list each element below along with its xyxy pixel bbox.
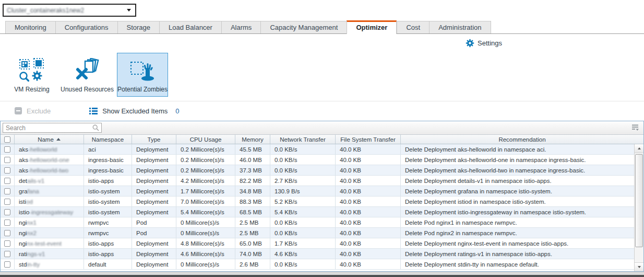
column-header-recommendation[interactable]: Recommendation: [401, 135, 643, 144]
redacted-name-part: od: [26, 199, 33, 205]
scroll-up-button[interactable]: [635, 144, 643, 153]
cell-network-transfer: 0.0 KB/s: [270, 155, 336, 165]
row-checkbox-cell: [1, 144, 15, 154]
scroll-up-icon: [638, 147, 641, 149]
column-header-name[interactable]: Name: [15, 135, 84, 144]
row-checkbox-cell: [1, 249, 15, 259]
cell-namespace: default: [84, 259, 132, 269]
tab-monitoring[interactable]: Monitoring: [5, 21, 55, 33]
tab-optimizer[interactable]: Optimizer: [347, 20, 397, 34]
cell-name: aks-helloworld-one: [15, 155, 84, 165]
cell-type: Deployment: [132, 165, 176, 175]
column-header-namespace[interactable]: Namespace: [84, 135, 132, 144]
table-row[interactable]: aks-helloworld-two ingress-basic Deploym…: [1, 165, 634, 176]
cluster-selector-dropdown[interactable]: Cluster_containeraks1new2: [3, 4, 136, 17]
row-checkbox[interactable]: [4, 261, 10, 268]
cell-recommendation: Delete Deployment aks-helloworld-two in …: [401, 165, 634, 175]
mode-label: Unused Resources: [61, 86, 114, 93]
row-checkbox[interactable]: [4, 157, 10, 163]
select-all-checkbox[interactable]: [4, 136, 10, 143]
cell-cpu-usage: 4.2 Millicore(s)/s: [176, 176, 235, 186]
cell-file-system-transfer: 40.0 KB: [336, 228, 401, 238]
row-checkbox[interactable]: [4, 146, 10, 153]
tab-load-balancer[interactable]: Load Balancer: [159, 21, 221, 33]
search-input[interactable]: [6, 124, 92, 132]
row-checkbox-cell: [1, 186, 15, 196]
table-row[interactable]: istio-ingressgateway istio-system Deploy…: [1, 207, 634, 217]
redacted-name-part: ngs-v1: [27, 251, 45, 257]
tab-configurations[interactable]: Configurations: [55, 21, 117, 33]
column-header-type[interactable]: Type: [132, 135, 176, 144]
column-header-network-transfer[interactable]: Network Transfer: [270, 135, 336, 144]
excluded-count: 0: [175, 107, 179, 115]
cell-network-transfer: 4.6 KB/s: [270, 249, 336, 259]
row-checkbox[interactable]: [4, 199, 10, 205]
cell-name: nginx2: [15, 228, 84, 238]
scrollbar-thumb[interactable]: [635, 154, 643, 247]
redacted-name-part: -helloworld-one: [28, 157, 69, 163]
table-row[interactable]: nginx-test-event istio-apps Deployment 4…: [1, 238, 634, 249]
potential-zombies-icon: [129, 58, 156, 83]
show-excluded-items-button[interactable]: Show Excluded Items: [89, 107, 168, 115]
cell-network-transfer: 0.0 KB/s: [270, 228, 336, 238]
cell-network-transfer: 1.7 KB/s: [270, 238, 336, 248]
cell-file-system-transfer: 40.0 KB: [336, 186, 401, 196]
cell-namespace: rwmpvc: [84, 228, 132, 238]
cell-file-system-transfer: 40.0 KB: [336, 165, 401, 175]
tab-storage[interactable]: Storage: [117, 21, 160, 33]
mode-unused-resources[interactable]: Unused Resources: [62, 53, 113, 97]
row-checkbox[interactable]: [4, 188, 10, 194]
cell-file-system-transfer: 40.0 KB: [336, 207, 401, 217]
cell-memory: 37.3 MB: [235, 165, 270, 175]
row-checkbox[interactable]: [4, 209, 10, 215]
grid-customizer-icon[interactable]: [631, 124, 639, 131]
table-row[interactable]: stdin-tty default Deployment 0 Millicore…: [1, 259, 634, 270]
cell-memory: 82.2 MB: [235, 176, 270, 186]
row-checkbox[interactable]: [4, 251, 10, 257]
cell-memory: 34.8 MB: [235, 186, 270, 196]
table-row[interactable]: details-v1 istio-apps Deployment 4.2 Mil…: [1, 176, 634, 186]
column-header-file-system-transfer[interactable]: File System Transfer: [336, 135, 401, 144]
search-icon[interactable]: [92, 124, 99, 131]
settings-button[interactable]: Settings: [466, 39, 502, 48]
row-checkbox[interactable]: [4, 178, 10, 184]
tab-alarms[interactable]: Alarms: [221, 21, 260, 33]
optimizer-modes: VM Resizing Unused Resources: [6, 53, 168, 97]
table-row[interactable]: nginx1 rwmpvc Pod 0 Millicore(s)/s 2.5 M…: [1, 217, 634, 228]
cell-type: Pod: [132, 228, 176, 238]
table-row[interactable]: aks-helloworld-one ingress-basic Deploym…: [1, 155, 634, 165]
cell-cpu-usage: 4.8 Millicore(s)/s: [176, 238, 235, 248]
row-checkbox[interactable]: [4, 220, 10, 226]
column-header-memory[interactable]: Memory: [235, 135, 270, 144]
row-checkbox[interactable]: [4, 167, 10, 174]
grid-search-row: [1, 121, 643, 135]
tab-capacity-management[interactable]: Capacity Management: [260, 21, 347, 33]
mode-label: VM Resizing: [14, 86, 49, 93]
tab-cost[interactable]: Cost: [397, 21, 429, 33]
cell-type: Deployment: [132, 186, 176, 196]
vertical-scrollbar[interactable]: [634, 144, 643, 271]
cell-name: istiod: [15, 197, 84, 206]
table-row[interactable]: nginx2 rwmpvc Pod 0 Millicore(s)/s 2.5 M…: [1, 228, 634, 238]
table-row[interactable]: grafana istio-system Deployment 1.7 Mill…: [1, 186, 634, 197]
mode-vm-resizing[interactable]: VM Resizing: [6, 53, 57, 97]
tab-administration[interactable]: Administration: [429, 21, 491, 33]
row-checkbox[interactable]: [4, 240, 10, 247]
table-row[interactable]: aks-helloworld aci Deployment 0.2 Millic…: [1, 144, 634, 155]
table-row[interactable]: istiod istio-system Deployment 7.0 Milli…: [1, 197, 634, 207]
grid-toolbar: Exclude Show Excluded Items 0: [0, 101, 644, 120]
table-row[interactable]: ratings-v1 istio-apps Deployment 4.6 Mil…: [1, 249, 634, 259]
cell-cpu-usage: 4.6 Millicore(s)/s: [176, 249, 235, 259]
row-checkbox[interactable]: [4, 230, 10, 236]
cell-namespace: istio-apps: [84, 176, 132, 186]
scroll-down-button[interactable]: [635, 262, 643, 271]
optimizer-page: Cluster_containeraks1new2 Monitoring Con…: [0, 0, 644, 277]
mode-potential-zombies[interactable]: Potential Zombies: [117, 53, 168, 97]
exclude-button[interactable]: Exclude: [15, 107, 51, 115]
cell-recommendation: Delete Deployment aks-helloworld in name…: [401, 144, 634, 154]
cell-namespace: istio-system: [84, 197, 132, 206]
cell-namespace: istio-system: [84, 207, 132, 217]
column-header-cpu-usage[interactable]: CPU Usage: [176, 135, 235, 144]
mode-label: Potential Zombies: [117, 86, 168, 93]
row-checkbox-cell: [1, 217, 15, 227]
